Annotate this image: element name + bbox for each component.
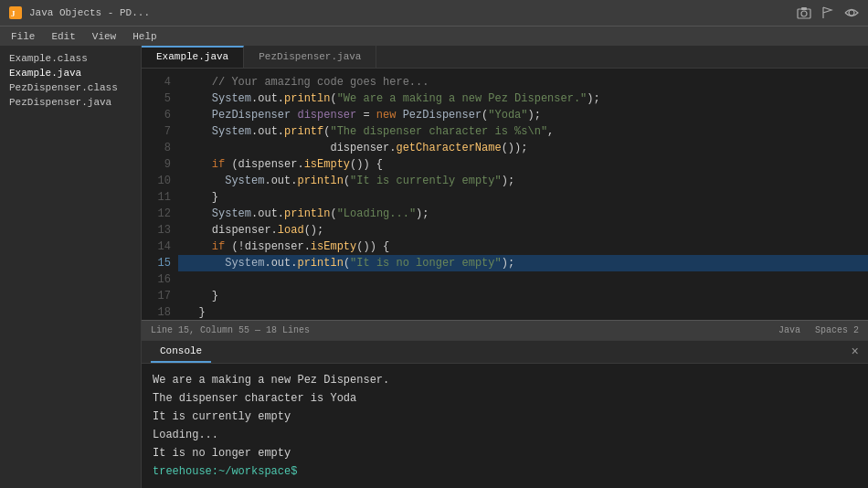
console-line-3: It is currently empty [153, 408, 857, 426]
file-sidebar: Example.class Example.java PezDispenser.… [0, 46, 142, 488]
cursor-position: Line 15, Column 55 — 18 Lines [151, 325, 310, 335]
camera-icon[interactable] [797, 5, 811, 20]
svg-point-5 [849, 10, 854, 16]
console-tab-bar: Console × [142, 341, 868, 364]
console-line-1: We are a making a new Pez Dispenser. [153, 371, 857, 389]
app-icon: J [9, 6, 22, 19]
tab-pezdispenser-java[interactable]: PezDispenser.java [244, 46, 376, 68]
encoding-indicator: Spaces 2 [815, 325, 859, 335]
svg-point-3 [801, 11, 807, 16]
code-text[interactable]: // Your amazing code goes here... System… [178, 69, 868, 320]
console-output: We are a making a new Pez Dispenser. The… [142, 364, 868, 488]
main-layout: Example.class Example.java PezDispenser.… [0, 46, 868, 488]
window-title: Java Objects - PD... [29, 7, 150, 18]
menu-view[interactable]: View [85, 29, 123, 44]
status-bar-right: Java Spaces 2 [778, 325, 859, 335]
tab-example-java[interactable]: Example.java [142, 46, 244, 68]
view-icon[interactable] [844, 5, 859, 20]
flag-icon[interactable] [820, 5, 835, 20]
menu-edit[interactable]: Edit [44, 29, 82, 44]
editor-tabs: Example.java PezDispenser.java [142, 46, 868, 69]
console-close-button[interactable]: × [852, 345, 859, 358]
console-line-5: It is no longer empty [153, 444, 857, 462]
svg-rect-4 [801, 7, 807, 10]
sidebar-item-example-java[interactable]: Example.java [0, 66, 141, 80]
console-panel: Console × We are a making a new Pez Disp… [142, 340, 868, 488]
language-indicator: Java [778, 325, 800, 335]
menu-help[interactable]: Help [125, 29, 164, 44]
code-editor[interactable]: 4 5 6 7 8 9 10 11 12 13 14 15 16 17 18 /… [142, 69, 868, 320]
console-tab[interactable]: Console [151, 341, 211, 363]
sidebar-item-example-class[interactable]: Example.class [0, 51, 141, 66]
console-prompt: treehouse:~/workspace$ [153, 465, 297, 478]
status-bar: Line 15, Column 55 — 18 Lines Java Space… [142, 320, 868, 340]
console-line-2: The dispenser character is Yoda [153, 389, 857, 408]
svg-text:J: J [11, 9, 16, 18]
line-numbers: 4 5 6 7 8 9 10 11 12 13 14 15 16 17 18 [142, 69, 178, 320]
sidebar-item-pezdispenser-java[interactable]: PezDispenser.java [0, 95, 141, 110]
menu-bar: File Edit View Help [0, 26, 868, 46]
editor-area: Example.java PezDispenser.java 4 5 6 7 8… [142, 46, 868, 488]
menu-file[interactable]: File [4, 29, 42, 44]
console-line-4: Loading... [153, 426, 857, 444]
title-bar: J Java Objects - PD... [0, 0, 868, 26]
console-prompt-line: treehouse:~/workspace$ [153, 462, 857, 481]
sidebar-item-pezdispenser-class[interactable]: PezDispenser.class [0, 80, 141, 95]
title-bar-actions [797, 5, 859, 20]
